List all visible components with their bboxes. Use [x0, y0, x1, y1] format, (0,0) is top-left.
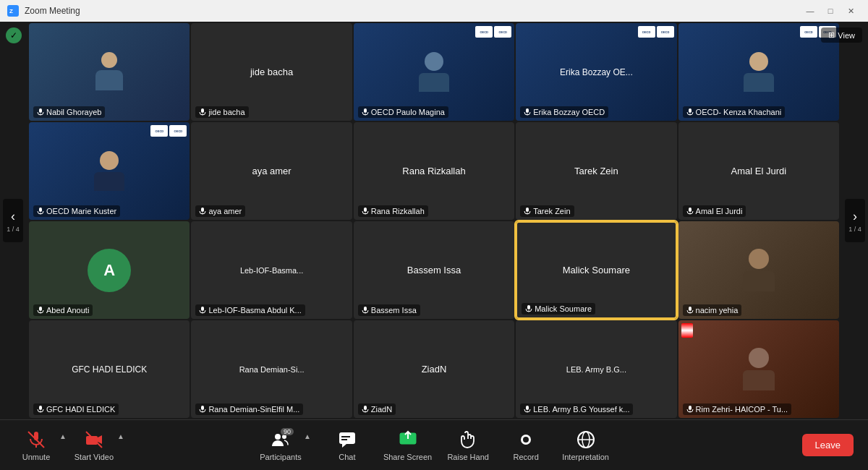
name-label-2: jide bacha	[195, 106, 248, 118]
participant-name-16: GFC HADI ELDICK	[46, 405, 115, 414]
svg-rect-16	[364, 208, 367, 212]
participant-cell-2: jide bacha jide bacha	[191, 23, 352, 121]
participant-cell-7: aya amer aya amer	[191, 122, 352, 220]
chat-icon	[337, 430, 357, 450]
svg-rect-22	[39, 307, 42, 311]
next-page-arrow[interactable]: › 1 / 4	[845, 199, 865, 242]
svg-marker-51	[342, 444, 346, 448]
svg-rect-32	[39, 406, 42, 410]
chat-label: Chat	[339, 453, 355, 461]
participant-display-name-2: jide bacha	[247, 64, 296, 80]
start-video-label: Start Video	[75, 453, 114, 461]
unmute-button[interactable]: Unmute	[14, 430, 58, 461]
name-label-11: Abed Anouti	[33, 304, 93, 316]
participant-cell-5: OECD OECD OECD- Kenza Khachani	[678, 23, 839, 121]
name-label-20: Rim Zehri- HAICOP - Tu...	[683, 403, 792, 415]
svg-rect-10	[689, 108, 692, 113]
svg-rect-24	[201, 307, 204, 311]
participants-label: Participants	[260, 453, 301, 461]
participant-name-15: nacim yehia	[696, 306, 739, 315]
video-caret[interactable]: ▲	[117, 430, 124, 440]
toolbar: Unmute ▲ Start Video ▲	[0, 419, 868, 470]
name-label-15: nacim yehia	[683, 304, 742, 316]
unmute-group: Unmute ▲	[14, 430, 67, 461]
toolbar-right: Leave	[802, 434, 854, 456]
participants-caret[interactable]: ▲	[304, 430, 311, 440]
name-label-5: OECD- Kenza Khachani	[683, 106, 786, 118]
chat-button[interactable]: Chat	[326, 430, 369, 461]
participant-display-name-13: Bassem Issa	[404, 262, 464, 278]
left-page-indicator: 1 / 4	[7, 226, 20, 233]
participants-button[interactable]: 90 Participants	[259, 430, 302, 461]
title-bar-left: Z Zoom Meeting	[7, 5, 80, 17]
share-screen-icon	[398, 430, 418, 450]
participant-display-name-14: Malick Soumare	[560, 262, 633, 278]
interpretation-button[interactable]: Interpretation	[562, 430, 609, 461]
svg-rect-14	[201, 208, 204, 212]
participant-cell-16: GFC HADI ELDICK GFC HADI ELDICK	[29, 320, 190, 418]
maximize-button[interactable]: □	[820, 4, 841, 18]
participant-cell-8: Rana Rizkallah Rana Rizkallah	[354, 122, 514, 220]
minimize-button[interactable]: —	[800, 4, 820, 18]
security-icon[interactable]: ✓	[6, 27, 22, 43]
participant-name-5: OECD- Kenza Khachani	[696, 108, 782, 116]
participant-display-name-16: GFC HADI ELDICK	[69, 362, 150, 377]
participant-name-9: Tarek Zein	[533, 207, 570, 215]
view-label: View	[838, 31, 855, 40]
participant-display-name-9: Tarek Zein	[571, 163, 621, 179]
participant-display-name-17: Rana Demian-Si...	[237, 362, 307, 377]
participant-display-name-7: aya amer	[249, 163, 294, 179]
left-chevron-icon: ‹	[11, 209, 15, 224]
svg-rect-28	[527, 305, 530, 309]
svg-rect-38	[526, 406, 529, 410]
participant-cell-1: Nabil Ghorayeb	[29, 23, 190, 121]
name-label-8: Rana Rizkallah	[358, 205, 428, 217]
participant-name-18: ZiadN	[371, 405, 392, 414]
start-video-button[interactable]: Start Video	[72, 430, 116, 461]
prev-page-arrow[interactable]: ‹ 1 / 4	[3, 199, 23, 242]
name-label-16: GFC HADI ELDICK	[33, 403, 119, 415]
start-video-group: Start Video ▲	[72, 430, 124, 461]
record-button[interactable]: Record	[504, 430, 548, 461]
participant-cell-15: nacim yehia	[678, 221, 839, 319]
participant-display-name-19: LEB. Army B.G...	[563, 362, 629, 377]
raise-hand-icon	[458, 430, 478, 450]
avatar-11: A	[88, 249, 131, 292]
svg-rect-8	[526, 108, 529, 113]
participant-display-name-8: Rana Rizkallah	[399, 163, 468, 179]
view-button[interactable]: ⊞ View	[821, 27, 862, 43]
participant-cell-3: OECD OECD OECD Paulo Magina	[354, 23, 514, 121]
participant-name-7: aya amer	[208, 207, 242, 215]
close-button[interactable]: ✕	[841, 4, 861, 18]
name-label-12: Leb-IOF-Basma Abdul K...	[195, 304, 305, 316]
right-page-indicator: 1 / 4	[848, 226, 861, 233]
participant-display-name-4: Erika Bozzay OE...	[557, 64, 636, 80]
name-label-18: ZiadN	[358, 403, 396, 415]
participant-name-3: OECD Paulo Magina	[371, 108, 445, 116]
participant-count: 90	[281, 428, 294, 435]
unmute-label: Unmute	[22, 453, 51, 461]
svg-rect-2	[39, 108, 42, 113]
name-label-14: Malick Soumare	[522, 303, 595, 315]
mic-off-icon	[26, 430, 46, 450]
video-grid: Nabil Ghorayeb jide bacha jide bacha OEC…	[0, 22, 868, 419]
participant-cell-10: Amal El Jurdi Amal El Jurdi	[678, 122, 839, 220]
raise-hand-button[interactable]: Raise Hand	[446, 430, 490, 461]
participant-cell-14: Malick Soumare Malick Soumare	[516, 221, 676, 319]
svg-rect-4	[201, 108, 204, 113]
unmute-caret[interactable]: ▲	[59, 430, 67, 440]
name-label-17: Rana Demian-SinElfil M...	[195, 403, 303, 415]
window-title: Zoom Meeting	[25, 6, 80, 16]
svg-rect-34	[201, 406, 204, 410]
window-controls: — □ ✕	[800, 4, 861, 18]
leave-button[interactable]: Leave	[802, 434, 854, 456]
record-icon	[516, 430, 536, 450]
name-label-19: LEB. Army B.G Youssef k...	[520, 403, 633, 415]
svg-rect-12	[39, 208, 42, 212]
zoom-icon: Z	[7, 5, 19, 17]
name-label-3: OECD Paulo Magina	[358, 106, 448, 118]
share-screen-button[interactable]: Share Screen	[383, 430, 432, 461]
svg-rect-18	[526, 208, 529, 212]
participant-name-19: LEB. Army B.G Youssef k...	[533, 405, 629, 414]
svg-rect-6	[364, 108, 367, 113]
